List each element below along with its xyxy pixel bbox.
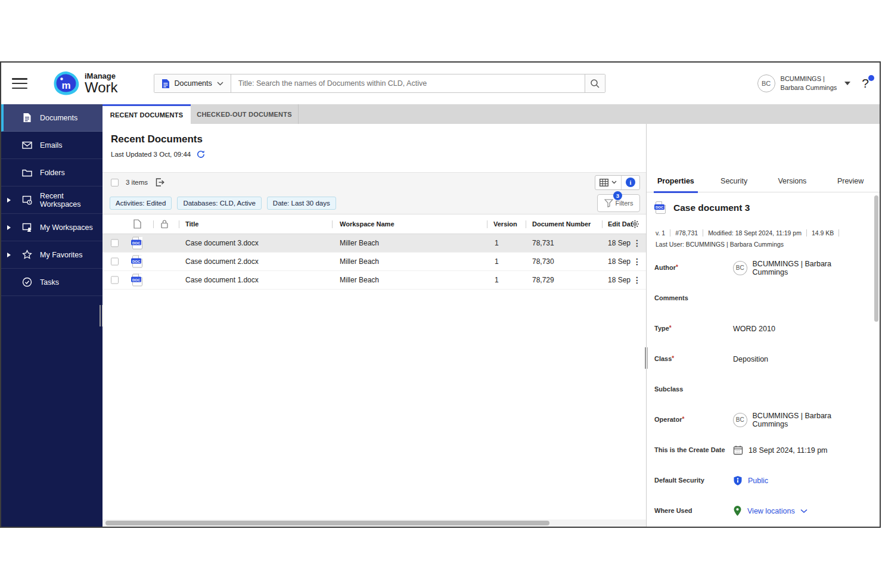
- sidebar-item-my-favorites[interactable]: My Favorites: [1, 241, 103, 269]
- user-name: BCUMMINGS | Barbara Cummings: [781, 74, 837, 92]
- chevron-down-icon: [217, 82, 223, 86]
- hamburger-menu-icon[interactable]: [12, 78, 27, 89]
- field-author: Author* BC BCUMMINGS | Barbara Cummings: [654, 253, 867, 283]
- row-checkbox[interactable]: [111, 258, 119, 266]
- my-workspaces-icon: [22, 222, 32, 232]
- row-version: 1: [495, 239, 499, 247]
- search-scope-dropdown[interactable]: Documents: [154, 74, 231, 92]
- svg-text:m: m: [61, 80, 70, 91]
- panel-scrollbar-thumb[interactable]: [874, 195, 878, 322]
- field-comments: Comments: [654, 283, 867, 313]
- chevron-down-icon: [611, 181, 617, 184]
- panel-resize-handle[interactable]: [645, 347, 648, 369]
- column-edit-date[interactable]: Edit Dat: [608, 220, 633, 228]
- filter-chip-databases[interactable]: Databases: CLD, Active: [177, 197, 261, 210]
- app-window: m iManage Work Documents: [0, 61, 881, 528]
- create-date-value: 18 Sept 2024, 11:19 pm: [749, 446, 828, 455]
- tab-versions[interactable]: Versions: [763, 170, 822, 192]
- default-security-value: Public: [748, 477, 768, 485]
- filter-chip-date[interactable]: Date: Last 30 days: [267, 197, 336, 210]
- calendar-icon: [733, 445, 743, 455]
- row-workspace: Miller Beach: [340, 239, 379, 247]
- items-count: 3 items: [126, 179, 148, 186]
- operator-avatar: BC: [733, 413, 747, 427]
- help-button[interactable]: ?: [862, 76, 869, 91]
- filters-button[interactable]: Filters 3: [597, 194, 640, 212]
- column-document-number[interactable]: Document Number: [532, 220, 591, 228]
- field-class: Class* Deposition: [654, 344, 867, 374]
- global-search-bar: Documents: [154, 74, 605, 93]
- field-subclass: Subclass: [654, 374, 867, 405]
- info-button[interactable]: [622, 176, 639, 189]
- expand-arrow-icon[interactable]: [7, 198, 11, 203]
- type-value[interactable]: WORD 2010: [733, 325, 775, 333]
- folders-icon: [22, 167, 32, 178]
- row-menu-kebab-icon[interactable]: ⋮: [633, 275, 641, 285]
- filters-count-badge: 3: [613, 191, 622, 200]
- meta-size: 14.9 KB: [812, 229, 839, 237]
- filter-chip-activities[interactable]: Activities: Edited: [110, 197, 172, 210]
- horizontal-scrollbar-thumb[interactable]: [105, 521, 549, 525]
- sidebar-item-documents[interactable]: Documents: [1, 104, 103, 132]
- row-menu-kebab-icon[interactable]: ⋮: [633, 257, 641, 266]
- select-all-checkbox[interactable]: [111, 179, 119, 186]
- tab-properties[interactable]: Properties: [647, 170, 705, 192]
- row-doc-number: 78,730: [532, 257, 554, 266]
- table-row[interactable]: Case document 3.docx Miller Beach 1 78,7…: [103, 234, 646, 253]
- last-updated-text: Last Updated 3 Oct, 09:44: [111, 151, 191, 158]
- column-workspace-name[interactable]: Workspace Name: [340, 220, 395, 228]
- column-title[interactable]: Title: [185, 220, 198, 228]
- tab-checked-out-documents[interactable]: CHECKED-OUT DOCUMENTS: [191, 104, 299, 124]
- user-menu-caret-icon[interactable]: [844, 82, 850, 85]
- sidebar-item-folders[interactable]: Folders: [1, 159, 103, 186]
- row-menu-kebab-icon[interactable]: ⋮: [633, 238, 641, 248]
- row-title[interactable]: Case document 3.docx: [185, 239, 259, 247]
- security-shield-icon: [733, 475, 743, 486]
- imanage-logo-icon: m: [51, 70, 80, 97]
- table-row[interactable]: Case document 2.docx Miller Beach 1 78,7…: [103, 253, 646, 271]
- row-doc-number: 78,731: [532, 239, 554, 247]
- row-edit-date: 18 Sep: [608, 257, 631, 266]
- info-icon: [626, 178, 635, 187]
- sidebar-item-tasks[interactable]: Tasks: [1, 269, 103, 296]
- doc-type-column-icon[interactable]: [133, 219, 141, 229]
- tab-preview[interactable]: Preview: [821, 170, 880, 192]
- word-doc-icon: [132, 274, 142, 287]
- row-checkbox[interactable]: [111, 276, 119, 284]
- row-checkbox[interactable]: [111, 239, 119, 247]
- operator-value: BCUMMINGS | Barbara Cummings: [753, 412, 867, 428]
- row-workspace: Miller Beach: [340, 276, 379, 284]
- table-view-selector[interactable]: [595, 176, 621, 189]
- expand-arrow-icon[interactable]: [7, 225, 11, 230]
- column-version[interactable]: Version: [493, 220, 517, 228]
- row-title[interactable]: Case document 1.docx: [185, 276, 259, 284]
- chevron-down-icon[interactable]: [800, 509, 808, 514]
- tab-recent-documents[interactable]: RECENT DOCUMENTS: [103, 104, 191, 124]
- lock-column-icon[interactable]: [160, 219, 169, 229]
- table-row[interactable]: Case document 1.docx Miller Beach 1 78,7…: [103, 271, 646, 290]
- refresh-icon[interactable]: [196, 150, 206, 159]
- document-tabs: RECENT DOCUMENTS CHECKED-OUT DOCUMENTS: [103, 104, 880, 124]
- sidebar-nav: Documents Emails Folders: [1, 104, 103, 527]
- meta-last-user: Last User: BCUMMINGS | Barbara Cummings: [656, 241, 784, 248]
- search-button[interactable]: [585, 74, 605, 92]
- main-content: Recent Documents Last Updated 3 Oct, 09:…: [103, 124, 646, 527]
- tab-security[interactable]: Security: [705, 170, 763, 192]
- user-menu[interactable]: BC BCUMMINGS | Barbara Cummings ?: [757, 74, 869, 92]
- expand-arrow-icon[interactable]: [7, 253, 11, 257]
- word-doc-icon: [656, 201, 666, 214]
- recent-workspaces-icon: [22, 195, 32, 205]
- column-settings-gear-icon[interactable]: [631, 220, 639, 229]
- export-icon[interactable]: [155, 178, 165, 187]
- sidebar-item-recent-workspaces[interactable]: Recent Workspaces: [1, 186, 103, 214]
- author-avatar: BC: [733, 261, 747, 275]
- class-value[interactable]: Deposition: [733, 355, 768, 363]
- sidebar-item-my-workspaces[interactable]: My Workspaces: [1, 214, 103, 241]
- meta-version: v. 1: [656, 229, 670, 237]
- search-input[interactable]: [231, 74, 585, 92]
- sidebar-item-emails[interactable]: Emails: [1, 132, 103, 159]
- location-pin-icon: [733, 505, 742, 517]
- word-doc-icon: [132, 256, 142, 268]
- row-title[interactable]: Case document 2.docx: [185, 257, 259, 266]
- user-avatar: BC: [757, 74, 775, 92]
